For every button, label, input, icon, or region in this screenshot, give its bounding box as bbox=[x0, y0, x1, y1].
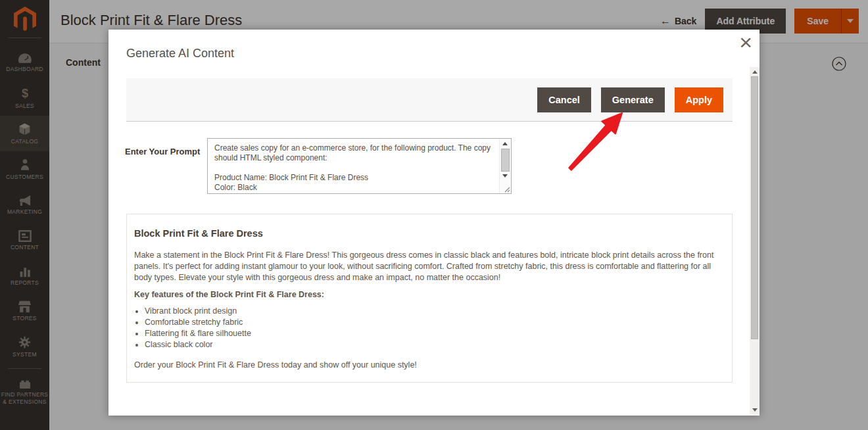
apply-button[interactable]: Apply bbox=[675, 87, 723, 112]
prompt-field: Create sales copy for an e-commerce stor… bbox=[207, 138, 512, 194]
close-icon[interactable]: × bbox=[739, 30, 752, 54]
generate-button[interactable]: Generate bbox=[601, 87, 665, 112]
result-intro: Make a statement in the Block Print Fit … bbox=[134, 250, 715, 283]
modal-button-bar: Cancel Generate Apply bbox=[126, 78, 733, 122]
feature-item: Comfortable stretchy fabric bbox=[145, 317, 715, 328]
cancel-button[interactable]: Cancel bbox=[537, 87, 591, 112]
scroll-up-icon[interactable] bbox=[502, 142, 508, 145]
scroll-down-icon[interactable] bbox=[502, 174, 508, 178]
scroll-down-icon[interactable] bbox=[752, 408, 758, 412]
result-features-heading: Key features of the Block Print Fit & Fl… bbox=[134, 289, 715, 300]
feature-item: Vibrant block print design bbox=[145, 306, 715, 317]
result-outro: Order your Block Print Fit & Flare Dress… bbox=[134, 360, 715, 371]
prompt-textarea[interactable]: Create sales copy for an e-commerce stor… bbox=[208, 139, 500, 193]
result-features-list: Vibrant block print design Comfortable s… bbox=[134, 306, 715, 350]
modal-title: Generate AI Content bbox=[126, 47, 234, 60]
scroll-up-icon[interactable] bbox=[752, 70, 758, 74]
feature-item: Classic black color bbox=[145, 339, 715, 350]
modal-scrollbar-thumb[interactable] bbox=[751, 76, 758, 339]
modal-scrollbar bbox=[750, 67, 760, 415]
generated-content-panel: Block Print Fit & Flare Dress Make a sta… bbox=[126, 214, 733, 383]
textarea-scrollbar-thumb[interactable] bbox=[501, 149, 510, 172]
textarea-scrollbar bbox=[499, 139, 511, 193]
prompt-row: Enter Your Prompt Create sales copy for … bbox=[125, 138, 512, 194]
feature-item: Flattering fit & flare silhouette bbox=[145, 328, 715, 339]
resize-grip-icon[interactable] bbox=[504, 187, 510, 193]
generate-ai-content-modal: × Generate AI Content Cancel Generate Ap… bbox=[108, 30, 760, 416]
prompt-label: Enter Your Prompt bbox=[125, 138, 207, 194]
result-heading: Block Print Fit & Flare Dress bbox=[134, 228, 715, 239]
